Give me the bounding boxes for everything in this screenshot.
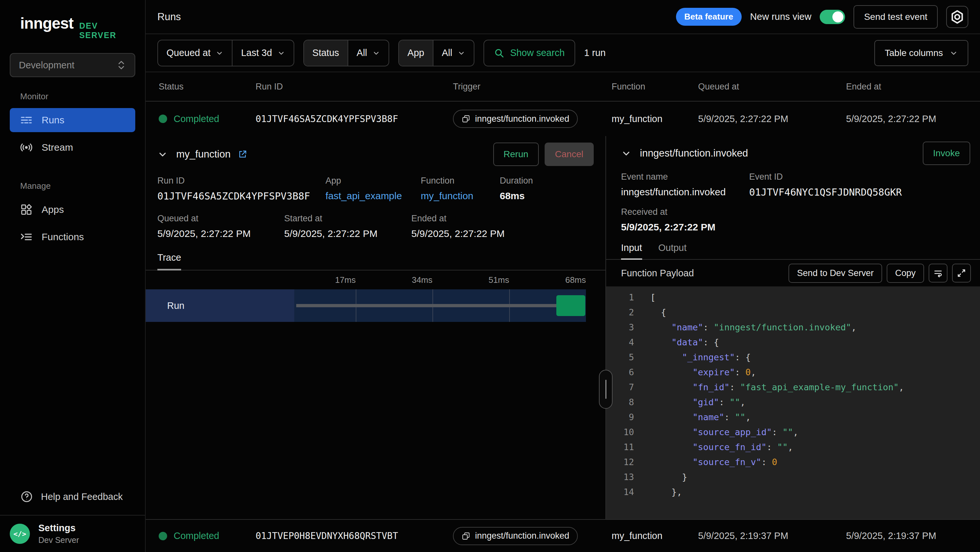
sidebar-nav: Monitor Runs: [0, 91, 145, 252]
app-filter-dropdown[interactable]: All: [433, 40, 474, 66]
run-id: 01JTVF46SA5ZCDK4YPFSPV3B8F: [256, 113, 453, 124]
tab-output[interactable]: Output: [659, 242, 687, 259]
time-range-value: Last 3d: [241, 48, 272, 58]
cancel-button[interactable]: Cancel: [545, 142, 594, 166]
function-link[interactable]: my_function: [421, 190, 500, 201]
topbar: Runs Beta feature New runs view Send tes…: [146, 0, 980, 34]
environment-select[interactable]: Development: [10, 53, 135, 77]
invoke-button[interactable]: Invoke: [923, 142, 970, 165]
external-link-icon[interactable]: [238, 149, 247, 159]
ended-at-value: 5/9/2025, 2:27:22 PM: [411, 228, 504, 239]
table-row[interactable]: Completed 01JTVEP0H8EVDNYXH68QRSTVBT inn…: [146, 519, 980, 552]
ended-at-value: 5/9/2025, 2:19:37 PM: [846, 531, 980, 541]
trace-span-bar[interactable]: [556, 295, 585, 316]
trigger-pill[interactable]: inngest/function.invoked: [453, 527, 578, 545]
trigger-pill[interactable]: inngest/function.invoked: [453, 110, 578, 128]
status-filter-value: All: [357, 48, 367, 58]
payload-code[interactable]: 1[2 {3 "name": "inngest/function.invoked…: [606, 286, 980, 519]
trace-timeline: 17ms 34ms 51ms 68ms Run: [146, 275, 605, 322]
rerun-button[interactable]: Rerun: [493, 142, 539, 166]
tab-trace[interactable]: Trace: [158, 252, 181, 270]
app-root: inngest DEV SERVER Development Monitor: [0, 0, 980, 552]
ended-at-value: 5/9/2025, 2:27:22 PM: [846, 113, 980, 124]
send-test-event-button[interactable]: Send test event: [854, 5, 938, 29]
status-filter-label: Status: [304, 40, 348, 66]
settings-footer[interactable]: </> Settings Dev Server: [0, 515, 145, 552]
started-at-label: Started at: [284, 214, 411, 223]
dev-server-badge: DEV SERVER: [80, 21, 125, 40]
show-search-label: Show search: [510, 48, 565, 58]
runs-icon: [19, 113, 33, 127]
send-to-dev-server-button[interactable]: Send to Dev Server: [789, 264, 882, 283]
collapse-chevron-icon[interactable]: [621, 148, 632, 158]
run-id: 01JTVEP0H8EVDNYXH68QRSTVBT: [256, 531, 453, 541]
trigger-name: inngest/function.invoked: [475, 531, 570, 541]
chevron-down-icon: [216, 49, 223, 57]
event-title: inngest/function.invoked: [640, 147, 748, 159]
run-id-label: Run ID: [158, 176, 326, 186]
filter-bar: Queued at Last 3d Status All App All: [146, 34, 980, 72]
app-filter-value: All: [442, 48, 452, 58]
col-trigger: Trigger: [453, 82, 612, 92]
copy-icon: [461, 531, 471, 541]
event-id-label: Event ID: [749, 172, 965, 182]
show-search-button[interactable]: Show search: [484, 40, 575, 66]
event-name-value: inngest/function.invoked: [621, 187, 749, 198]
expanded-run-panel: my_function Rerun Cancel Run ID 01JTVF46…: [146, 136, 980, 519]
run-id-value: 01JTVF46SA5ZCDK4YPFSPV3B8F: [158, 190, 326, 202]
queued-at-label: Queued at: [158, 214, 284, 223]
table-columns-label: Table columns: [885, 48, 943, 58]
table-header: Status Run ID Trigger Function Queued at…: [146, 72, 980, 102]
function-name: my_function: [612, 531, 698, 541]
table-columns-button[interactable]: Table columns: [874, 40, 968, 66]
ended-at-label: Ended at: [411, 214, 504, 223]
word-wrap-icon[interactable]: [929, 264, 948, 282]
sidebar-item-label: Runs: [41, 115, 64, 126]
sidebar-item-apps[interactable]: Apps: [10, 198, 135, 222]
col-run-id: Run ID: [256, 82, 453, 92]
function-name: my_function: [612, 113, 698, 124]
tick-68ms: 68ms: [565, 275, 586, 285]
settings-hex-icon[interactable]: [946, 6, 968, 28]
sidebar-item-stream[interactable]: Stream: [10, 136, 135, 160]
status-badge: Completed: [173, 113, 219, 124]
status-dot: [159, 532, 167, 540]
panel-resize-handle[interactable]: [599, 370, 612, 409]
page-title: Runs: [158, 11, 181, 23]
apps-icon: [19, 203, 33, 217]
function-label: Function: [421, 176, 500, 186]
status-filter: Status All: [303, 40, 389, 66]
collapse-chevron-icon[interactable]: [158, 149, 168, 160]
trace-run-row[interactable]: Run: [146, 289, 586, 322]
payload-title: Function Payload: [621, 268, 694, 279]
trigger-name: inngest/function.invoked: [475, 114, 570, 124]
table-row[interactable]: Completed 01JTVF46SA5ZCDK4YPFSPV3B8F inn…: [146, 102, 980, 136]
sidebar-item-label: Functions: [41, 231, 84, 242]
sidebar-item-runs[interactable]: Runs: [10, 108, 135, 132]
select-updown-icon: [116, 59, 126, 71]
copy-button[interactable]: Copy: [887, 264, 924, 283]
tab-input[interactable]: Input: [621, 242, 642, 260]
received-at-value: 5/9/2025, 2:27:22 PM: [621, 222, 965, 233]
time-range-dropdown[interactable]: Last 3d: [232, 40, 293, 66]
col-ended-at: Ended at: [846, 82, 980, 92]
new-runs-view-toggle[interactable]: [820, 10, 845, 24]
app-link[interactable]: fast_api_example: [326, 190, 421, 201]
sidebar-item-label: Stream: [41, 142, 73, 153]
received-at-label: Received at: [621, 207, 965, 217]
time-field-value: Queued at: [167, 48, 210, 58]
manage-section-label: Manage: [0, 181, 145, 191]
help-and-feedback[interactable]: Help and Feedback: [0, 490, 145, 503]
help-label: Help and Feedback: [41, 491, 123, 502]
duration-value: 68ms: [500, 190, 533, 201]
time-field-dropdown[interactable]: Queued at: [158, 40, 232, 66]
chevron-down-icon: [372, 49, 380, 57]
app-filter-label: App: [399, 40, 433, 66]
expand-icon[interactable]: [952, 264, 971, 282]
status-filter-dropdown[interactable]: All: [348, 40, 388, 66]
sidebar-item-functions[interactable]: Functions: [10, 225, 135, 249]
col-queued-at: Queued at: [698, 82, 846, 92]
settings-title: Settings: [38, 523, 79, 533]
app-filter: App All: [398, 40, 474, 66]
event-name-label: Event name: [621, 172, 749, 182]
